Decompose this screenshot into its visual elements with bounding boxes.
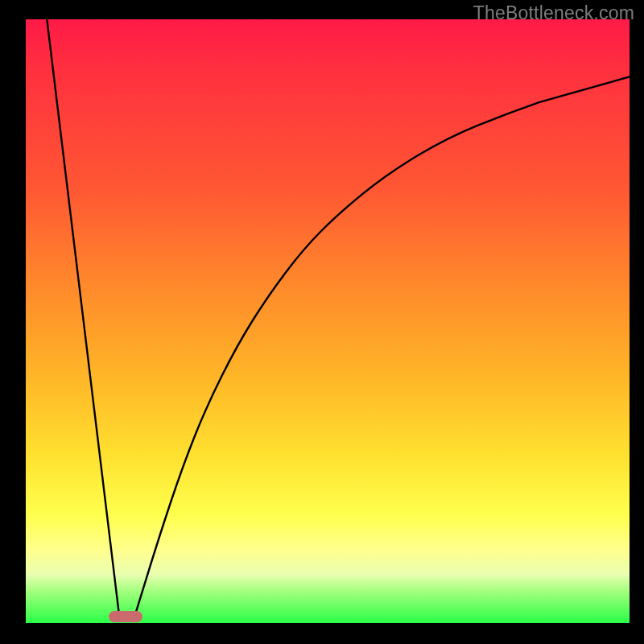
chart-frame: TheBottleneck.com xyxy=(0,0,644,644)
watermark-text: TheBottleneck.com xyxy=(473,2,634,24)
plot-area xyxy=(26,19,630,623)
curve-path xyxy=(47,19,630,617)
curve-svg xyxy=(26,19,630,623)
bottleneck-marker xyxy=(109,611,142,622)
